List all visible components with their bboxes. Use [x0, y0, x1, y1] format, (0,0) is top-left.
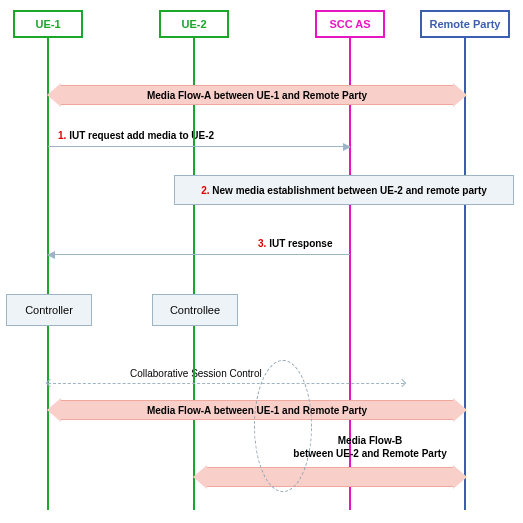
arrowhead-icon [47, 251, 55, 259]
fragment-new-media: 2. New media establishment between UE-2 … [174, 175, 514, 205]
role-controller-label: Controller [25, 304, 73, 316]
lifeline-ue2 [193, 38, 195, 510]
participant-remote: Remote Party [420, 10, 510, 38]
msg-2-text: New media establishment between UE-2 and… [212, 185, 487, 196]
role-controllee-label: Controllee [170, 304, 220, 316]
participant-scc: SCC AS [315, 10, 385, 38]
role-controller: Controller [6, 294, 92, 326]
participant-scc-label: SCC AS [329, 18, 370, 30]
participant-ue1: UE-1 [13, 10, 83, 38]
msg-3-line [48, 254, 350, 255]
collab-session-text: Collaborative Session Control [130, 368, 262, 379]
arrowhead-icon [343, 143, 351, 151]
participant-remote-label: Remote Party [430, 18, 501, 30]
collab-session-label: Collaborative Session Control [130, 368, 262, 379]
media-flow-a-top-label: Media Flow-A between UE-1 and Remote Par… [147, 90, 367, 101]
collab-session-line [48, 383, 404, 384]
msg-3-label: 3. IUT response [258, 238, 332, 249]
msg-1-num: 1. [58, 130, 66, 141]
participant-ue2: UE-2 [159, 10, 229, 38]
collab-ellipse [254, 360, 312, 492]
msg-3-num: 3. [258, 238, 266, 249]
arrowhead-icon [398, 379, 406, 387]
role-controllee: Controllee [152, 294, 238, 326]
participant-ue1-label: UE-1 [35, 18, 60, 30]
lifeline-ue1 [47, 38, 49, 510]
msg-1-label: 1. IUT request add media to UE-2 [58, 130, 214, 141]
participant-ue2-label: UE-2 [181, 18, 206, 30]
msg-3-text: IUT response [269, 238, 332, 249]
msg-1-line [48, 146, 350, 147]
lifeline-remote [464, 38, 466, 510]
msg-2-num: 2. [201, 185, 209, 196]
media-flow-b [206, 467, 454, 487]
media-flow-a-top: Media Flow-A between UE-1 and Remote Par… [60, 85, 454, 105]
